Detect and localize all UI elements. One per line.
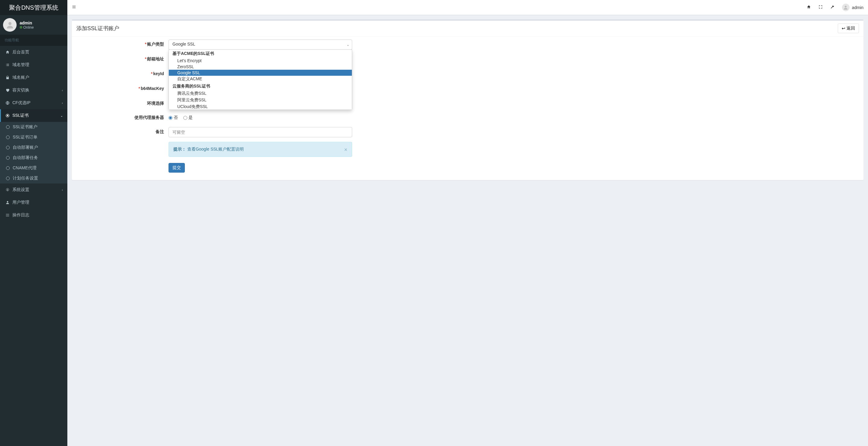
account-type-dropdown: 基于ACME的SSL证书 Let's Encrypt ZeroSSL Googl… <box>168 49 352 110</box>
globe-icon <box>4 101 10 105</box>
sidebar-item-home[interactable]: 后台首页 <box>0 46 67 59</box>
account-type-select[interactable]: Google SSL <box>168 39 352 50</box>
sidebar-sub-cname-proxy[interactable]: CNAME代理 <box>0 163 67 173</box>
sidebar-item-cf-ip[interactable]: CF优选IP ‹ <box>0 97 67 109</box>
list-icon <box>4 63 10 67</box>
option-ucloud-ssl[interactable]: UCloud免费SSL <box>169 103 352 110</box>
label-remark: 备注 <box>75 127 168 137</box>
undo-icon: ↩ <box>842 26 845 31</box>
option-lets-encrypt[interactable]: Let's Encrypt <box>169 58 352 64</box>
user-panel: admin Online <box>0 15 67 35</box>
topbar-user[interactable]: admin <box>842 4 864 11</box>
sidebar: 聚合DNS管理系统 admin Online 功能导航 后台首页 域名管理 域名… <box>0 0 67 185</box>
optgroup-acme: 基于ACME的SSL证书 <box>169 50 352 58</box>
remark-input[interactable] <box>168 127 352 137</box>
topbar-username: admin <box>852 5 864 10</box>
tip-alert: × 提示： 查看Google SSL账户配置说明 <box>168 142 352 157</box>
circle-icon <box>6 176 10 180</box>
label-b64mackey: *b64MacKey <box>75 84 168 93</box>
option-zerossl[interactable]: ZeroSSL <box>169 64 352 70</box>
tip-link[interactable]: 查看Google SSL账户配置说明 <box>187 147 244 151</box>
nav-header: 功能导航 <box>0 35 67 46</box>
sidebar-item-system[interactable]: 系统设置 ‹ <box>0 183 67 185</box>
label-keyid: *keyId <box>75 69 168 78</box>
sidebar-item-domain-manage[interactable]: 域名管理 <box>0 59 67 71</box>
avatar-icon <box>842 4 849 11</box>
sidebar-item-failover[interactable]: 容灾切换 ‹ <box>0 84 67 97</box>
avatar <box>3 18 17 32</box>
sidebar-sub-deploy-account[interactable]: 自动部署账户 <box>0 142 67 153</box>
close-icon[interactable]: × <box>344 147 347 153</box>
svg-point-0 <box>8 22 11 25</box>
radio-proxy-yes[interactable]: 是 <box>183 115 193 121</box>
form-box: 添加SSL证书账户 ↩ 返回 *账户类型 Google SSL ⌄ 基于ACME… <box>72 20 864 180</box>
tip-label: 提示： <box>173 147 186 151</box>
box-header: 添加SSL证书账户 ↩ 返回 <box>72 21 864 36</box>
circle-icon <box>6 136 10 139</box>
back-button[interactable]: ↩ 返回 <box>838 24 859 33</box>
topbar: admin <box>67 0 868 15</box>
page-title: 添加SSL证书账户 <box>76 25 119 32</box>
sidebar-item-domain-account[interactable]: 域名账户 <box>0 71 67 84</box>
user-name: admin <box>20 21 34 25</box>
option-custom-acme[interactable]: 自定义ACME <box>169 76 352 82</box>
sidebar-submenu-ssl: SSL证书账户 SSL证书订单 自动部署账户 自动部署任务 CNAME代理 计划… <box>0 122 67 183</box>
submit-button[interactable]: 提交 <box>168 163 185 173</box>
wrench-icon[interactable] <box>830 5 835 10</box>
hamburger-icon[interactable] <box>72 5 76 10</box>
sidebar-sub-deploy-task[interactable]: 自动部署任务 <box>0 153 67 163</box>
radio-proxy-no[interactable]: 否 <box>168 115 178 121</box>
label-env: 环境选择 <box>75 99 168 108</box>
user-status: Online <box>20 25 34 30</box>
chevron-left-icon: ‹ <box>62 101 63 105</box>
label-email: *邮箱地址 <box>75 54 168 64</box>
label-account-type: *账户类型 <box>75 39 168 49</box>
app-logo: 聚合DNS管理系统 <box>0 0 67 15</box>
chevron-left-icon: ‹ <box>62 89 63 92</box>
home-icon <box>4 50 10 54</box>
lock-icon <box>4 75 10 80</box>
option-google-ssl[interactable]: Google SSL <box>169 70 352 76</box>
sidebar-item-ssl[interactable]: SSL证书 ⌄ <box>0 109 67 122</box>
optgroup-cloud: 云服务商的SSL证书 <box>169 82 352 90</box>
svg-point-5 <box>845 6 846 7</box>
circle-icon <box>6 125 10 129</box>
home-icon[interactable] <box>807 5 811 10</box>
chevron-down-icon: ⌄ <box>60 114 63 117</box>
sidebar-sub-cron[interactable]: 计划任务设置 <box>0 173 67 183</box>
circle-icon <box>6 166 10 170</box>
heartbeat-icon <box>4 88 10 92</box>
option-tencent-ssl[interactable]: 腾讯云免费SSL <box>169 90 352 97</box>
sidebar-sub-ssl-account[interactable]: SSL证书账户 <box>0 122 67 132</box>
fullscreen-icon[interactable] <box>818 5 823 10</box>
option-aliyun-ssl[interactable]: 阿里云免费SSL <box>169 97 352 103</box>
sidebar-sub-ssl-order[interactable]: SSL证书订单 <box>0 132 67 142</box>
circle-icon <box>6 156 10 160</box>
label-proxy: 使用代理服务器 <box>75 113 168 123</box>
main-content: admin 添加SSL证书账户 ↩ 返回 *账户类型 Google SSL ⌄ <box>67 0 868 185</box>
certificate-icon <box>4 113 10 118</box>
circle-icon <box>6 146 10 149</box>
